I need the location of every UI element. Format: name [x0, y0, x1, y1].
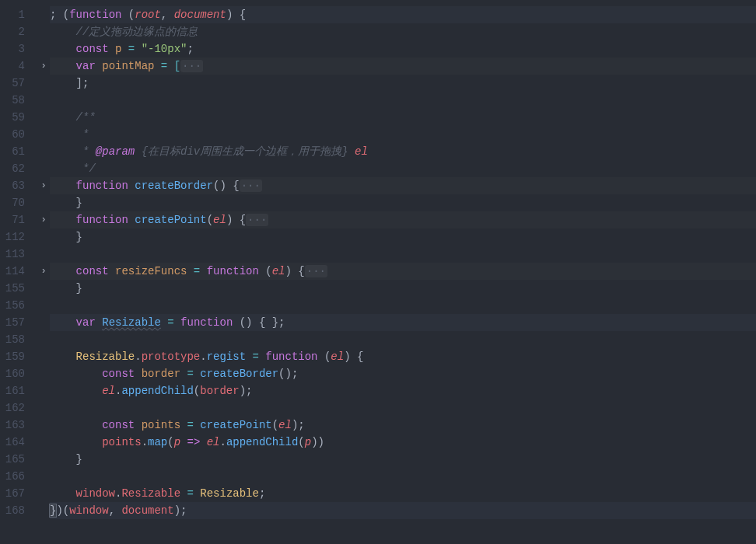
- line-number: 156: [0, 297, 34, 314]
- code-editor: 1 2 3 4 57 58 59 60 61 62 63 70 71 112 1…: [0, 6, 756, 544]
- line-number: 158: [0, 331, 34, 348]
- line-number: 113: [0, 246, 34, 263]
- code-line: }: [50, 228, 756, 246]
- code-line: [50, 331, 756, 348]
- line-number: 164: [0, 434, 34, 451]
- code-line: })(window, document);: [50, 502, 756, 519]
- line-number: 162: [0, 399, 34, 417]
- code-line: * @param {在目标div周围生成一个边框，用于拖拽} el: [50, 143, 756, 160]
- chevron-right-icon[interactable]: ›: [37, 58, 50, 75]
- code-line: }: [50, 194, 756, 211]
- code-line: Resizable.prototype.regist = function (e…: [50, 348, 756, 365]
- line-number: 60: [0, 126, 34, 143]
- line-number: 161: [0, 382, 34, 399]
- code-line: }: [50, 451, 756, 468]
- line-number: 112: [0, 228, 34, 246]
- line-number: 57: [0, 75, 34, 92]
- line-number: 157: [0, 314, 34, 331]
- breadcrumb[interactable]: [0, 0, 756, 6]
- chevron-right-icon[interactable]: ›: [37, 263, 50, 280]
- code-area[interactable]: ; (function (root, document) { //定义拖动边缘点…: [50, 6, 756, 544]
- line-number: 3: [0, 40, 34, 58]
- code-line: const points = createPoint(el);: [50, 417, 756, 434]
- code-line: window.Resizable = Resizable;: [50, 485, 756, 502]
- fold-gutter: › › › ›: [37, 6, 50, 544]
- line-number: 2: [0, 23, 34, 40]
- chevron-right-icon[interactable]: ›: [37, 177, 50, 194]
- code-line: [50, 246, 756, 263]
- line-number: 155: [0, 280, 34, 297]
- line-number: 168: [0, 502, 34, 519]
- code-line: const p = "-10px";: [50, 40, 756, 58]
- code-line: [50, 92, 756, 109]
- code-line: *: [50, 126, 756, 143]
- line-number: 159: [0, 348, 34, 365]
- line-number: 160: [0, 365, 34, 382]
- chevron-right-icon[interactable]: ›: [37, 211, 50, 228]
- line-number: 61: [0, 143, 34, 160]
- line-number: 114: [0, 263, 34, 280]
- line-number: 165: [0, 451, 34, 468]
- line-number: 59: [0, 109, 34, 126]
- code-line: points.map(p => el.appendChild(p)): [50, 434, 756, 451]
- code-line: //定义拖动边缘点的信息: [50, 23, 756, 40]
- code-line: function createBorder() {···: [50, 177, 756, 194]
- line-number: 71: [0, 211, 34, 228]
- line-number: 167: [0, 485, 34, 502]
- code-line: [50, 399, 756, 417]
- code-line: el.appendChild(border);: [50, 382, 756, 399]
- code-line: ];: [50, 75, 756, 92]
- code-line: }: [50, 280, 756, 297]
- code-line: function createPoint(el) {···: [50, 211, 756, 228]
- code-line: var Resizable = function () { };: [50, 314, 756, 331]
- line-number: 4: [0, 58, 34, 75]
- line-number: 62: [0, 160, 34, 177]
- line-number: 1: [0, 6, 34, 23]
- code-line: [50, 468, 756, 485]
- line-number: 163: [0, 417, 34, 434]
- line-number: 63: [0, 177, 34, 194]
- code-line: ; (function (root, document) {: [50, 6, 756, 23]
- line-number: 166: [0, 468, 34, 485]
- line-number: 70: [0, 194, 34, 211]
- code-line: const resizeFuncs = function (el) {···: [50, 263, 756, 280]
- code-line: const border = createBorder();: [50, 365, 756, 382]
- line-number: 58: [0, 92, 34, 109]
- line-number-gutter: 1 2 3 4 57 58 59 60 61 62 63 70 71 112 1…: [0, 6, 37, 544]
- code-line: var pointMap = [···: [50, 58, 756, 75]
- code-line: */: [50, 160, 756, 177]
- code-line: /**: [50, 109, 756, 126]
- code-line: [50, 297, 756, 314]
